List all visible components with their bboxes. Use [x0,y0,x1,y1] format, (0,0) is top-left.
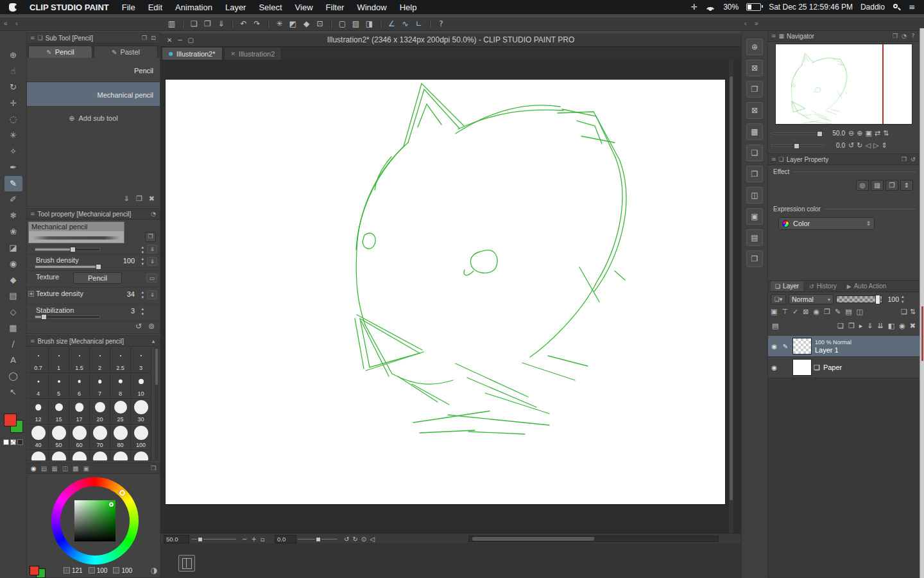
panel-switch-icon[interactable]: ❐ [892,33,898,39]
menubar-app-name[interactable]: CLIP STUDIO PAINT [30,3,109,12]
brush-size-cell[interactable]: 10 [131,373,151,399]
brush-size-cell[interactable]: 4 [28,373,49,399]
eraser-tool[interactable]: ◪ [4,240,22,256]
material-panel-icon-2[interactable]: ❐ [746,81,763,98]
balloon-tool[interactable]: ◯ [4,369,22,384]
snap-to-special-ruler-icon[interactable]: ∿ [400,19,410,28]
material-panel-icon-8[interactable]: ▣ [746,208,763,225]
navigator-header[interactable]: ≡ ▦ Navigator ❐◔? [768,31,920,42]
brush-size-cell[interactable] [90,450,110,460]
scroll-up-icon[interactable]: ▴ [150,338,157,344]
brush-size-cell[interactable]: 25 [110,399,131,425]
zoom-in-icon[interactable]: ⊕ [857,129,862,137]
material-panel-icon-1[interactable]: ⊠ [746,60,763,76]
fit-to-screen-icon[interactable]: ▣ [865,129,871,137]
text-tool[interactable]: A [4,353,22,368]
menu-window[interactable]: Window [357,3,386,12]
eyedropper-tool[interactable]: ✧ [4,144,22,159]
menu-help[interactable]: Help [400,3,417,12]
fill-tool[interactable]: ◆ [4,272,22,288]
navigator-rotation-slider[interactable] [771,144,824,146]
apply-mask-icon[interactable]: ◉ [899,322,905,330]
color-wheel[interactable] [51,477,139,565]
brush-size-cell[interactable]: 30 [131,399,151,425]
layer-thumbnail[interactable] [792,338,812,355]
color-history-tab-icon[interactable]: ▣ [83,465,89,472]
brush-size-cell[interactable]: 3 [131,347,151,373]
material-panel-icon-10[interactable]: ❒ [746,250,763,267]
reset-rotation-icon[interactable]: ◁ [865,141,870,150]
color-wheel-tab-icon[interactable]: ◉ [31,465,37,472]
color-slider-tab-icon[interactable]: ▤ [41,465,47,472]
layer-panel-tab-layer[interactable]: ❏Layer [771,281,803,291]
menubar-clock[interactable]: Sat Dec 25 12:59:46 PM [769,3,853,12]
spinner-icon[interactable] [141,245,144,255]
brush-size-cell[interactable]: 0.7 [28,347,49,373]
brush-size-cell[interactable]: 7 [90,373,110,399]
brush-size-cell[interactable]: 70 [90,425,110,450]
add-subtool-button[interactable]: ⊕ Add sub tool [27,107,160,130]
collapse-right-panels-icon[interactable]: ‹ » [744,20,762,27]
erase-selection-icon[interactable]: ▨ [351,19,361,28]
zoom-out-icon[interactable]: − [242,536,247,543]
canvas-vertical-scrollbar[interactable] [729,60,733,533]
brush-size-cell[interactable] [49,450,69,460]
menu-layer[interactable]: Layer [225,3,246,12]
subtool-item[interactable]: Mechanical pencil [27,82,160,107]
approximate-color-tab-icon[interactable]: ▩ [73,465,78,472]
brush-size-cell[interactable]: 1 [49,347,69,373]
visibility-eye-icon[interactable]: ◉ [770,364,778,371]
canvas-horizontal-scrollbar[interactable] [468,536,719,542]
current-subtool-preview[interactable]: Mechanical pencil [28,222,124,243]
new-folder-icon[interactable]: ▸ [859,322,863,330]
flip-horizontal-icon[interactable]: ⇄ [875,129,880,137]
reference-layer-icon[interactable]: ❐ [824,308,830,316]
hsv-v-icon[interactable] [113,567,119,574]
panel-menu-icon[interactable]: ≡ [771,156,776,162]
document-tab[interactable]: ✕Illustration2 [224,47,282,60]
menubar-user[interactable]: Daddio [860,3,885,12]
property-menu-icon[interactable]: ⇓ [147,245,157,254]
brush-size-cell[interactable]: 80 [110,425,131,450]
invert-selection-icon[interactable]: ◩ [288,19,298,28]
panel-reset-icon[interactable]: ↺ [910,156,916,162]
operation-tool[interactable]: ↖ [4,385,22,400]
spotlight-search-icon[interactable] [893,3,901,12]
brush-tool[interactable]: ✐ [4,192,22,207]
snap-to-grid-icon[interactable]: ∟ [414,19,424,28]
delete-subtool-icon[interactable]: ✖ [149,195,155,203]
property-slider[interactable] [35,248,100,251]
panel-menu-icon[interactable]: ≡ [30,35,35,41]
brush-size-cell[interactable]: 2.5 [110,347,131,373]
brush-size-cell[interactable]: 12 [28,399,49,425]
new-raster-layer-icon[interactable]: ❏ [837,322,844,330]
brush-size-cell[interactable]: 2 [90,347,110,373]
rotate-left-icon[interactable]: ↺ [344,536,349,543]
layer-thumbnail[interactable] [792,359,812,376]
property-spinner-icon[interactable] [141,256,144,267]
property-slider[interactable] [35,265,100,268]
document-tab[interactable]: ●Illustration2* [162,47,223,60]
undo-icon[interactable]: ↶ [239,19,248,28]
move-canvas-tool[interactable]: ☝ [4,64,22,79]
brush-size-cell[interactable]: 17 [69,399,90,425]
material-panel-icon-3[interactable]: ⊠ [746,102,763,119]
subtool-panel-header[interactable]: ≡ ❏ Sub Tool [Pencil] ❐⊡ [27,33,160,44]
navigator-thumbnail[interactable] [775,44,912,125]
border-effect-icon[interactable]: ◎ [856,180,869,191]
layer-property-header[interactable]: ≡ ❏ Layer Property ❐↺ [768,154,920,165]
transfer-to-lower-layer-icon[interactable]: ⇓ [867,322,873,330]
create-mask-icon[interactable]: ◧ [888,322,894,330]
flip-view-icon[interactable]: ⊙ [361,536,366,543]
zoom-tool[interactable]: ⊕ [4,48,22,63]
frame-border-tool[interactable]: ▦ [4,320,22,336]
redo-icon[interactable]: ↷ [252,19,262,28]
brush-size-cell[interactable]: 100 [131,425,151,450]
new-vector-layer-icon[interactable]: ❐ [848,322,855,330]
delete-layer-icon[interactable]: ✖ [910,322,916,330]
extract-line-icon[interactable]: ❐ [886,180,898,191]
layer-filter-icon[interactable]: ▤ [772,322,778,330]
brush-size-cell[interactable] [69,450,90,460]
expression-color-dropdown[interactable]: Color [778,217,875,230]
subtool-group-tab[interactable]: ✎Pencil [28,46,92,58]
